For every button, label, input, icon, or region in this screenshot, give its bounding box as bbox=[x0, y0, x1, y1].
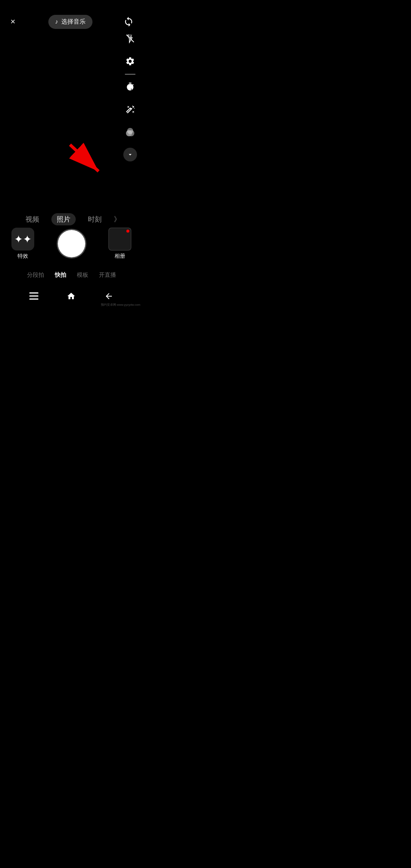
album-notification-dot bbox=[126, 230, 129, 233]
svg-rect-15 bbox=[29, 295, 38, 297]
shutter-button[interactable] bbox=[58, 230, 85, 257]
svg-point-7 bbox=[134, 108, 135, 109]
nav-menu-button[interactable] bbox=[25, 288, 42, 305]
close-button[interactable]: × bbox=[6, 15, 20, 29]
music-note-icon: ♪ bbox=[55, 18, 58, 25]
svg-line-13 bbox=[70, 145, 99, 171]
arrow-annotation bbox=[62, 141, 108, 180]
bottom-controls: ✦✦ 特效 相册 bbox=[0, 228, 143, 260]
close-icon: × bbox=[11, 17, 16, 27]
svg-text:3: 3 bbox=[131, 88, 132, 91]
nav-back-button[interactable] bbox=[100, 288, 117, 305]
icon-divider bbox=[125, 74, 135, 75]
svg-point-8 bbox=[132, 105, 133, 106]
album-thumbnail bbox=[108, 228, 131, 251]
flip-camera-button[interactable] bbox=[121, 14, 137, 30]
mode-photo[interactable]: 照片 bbox=[51, 213, 76, 225]
effects-label: 特效 bbox=[18, 253, 28, 260]
flash-button[interactable] bbox=[122, 30, 138, 46]
timer-button[interactable]: 3 bbox=[122, 79, 138, 95]
effects-button[interactable]: ✦✦ 特效 bbox=[11, 228, 34, 260]
album-button[interactable]: 相册 bbox=[108, 228, 131, 260]
sub-mode-segment[interactable]: 分段拍 bbox=[27, 271, 44, 279]
more-options-button[interactable] bbox=[123, 148, 137, 161]
nav-home-button[interactable] bbox=[63, 288, 80, 305]
effects-icon: ✦✦ bbox=[11, 228, 34, 251]
mode-moment[interactable]: 时刻 bbox=[85, 213, 105, 225]
mode-selector: 视频 照片 时刻 》 bbox=[0, 213, 143, 225]
sub-mode-live[interactable]: 开直播 bbox=[99, 271, 116, 279]
color-filter-button[interactable] bbox=[122, 125, 138, 141]
right-toolbar: 3 bbox=[122, 30, 138, 161]
magic-wand-button[interactable] bbox=[122, 102, 138, 118]
mode-more[interactable]: 》 bbox=[114, 215, 121, 224]
sub-modes: 分段拍 快拍 模板 开直播 bbox=[0, 271, 143, 279]
svg-rect-16 bbox=[29, 298, 38, 300]
music-label: 选择音乐 bbox=[61, 18, 86, 26]
svg-point-6 bbox=[133, 106, 134, 107]
svg-point-11 bbox=[127, 128, 133, 134]
top-bar: × ♪ 选择音乐 bbox=[0, 11, 143, 33]
settings-button[interactable] bbox=[122, 53, 138, 69]
watermark: 预约安卓网 www.yyzydw.com bbox=[101, 303, 140, 307]
navigation-bar bbox=[0, 288, 143, 305]
shutter-inner bbox=[61, 233, 83, 255]
svg-rect-14 bbox=[29, 292, 38, 294]
sub-mode-quick[interactable]: 快拍 bbox=[55, 271, 66, 279]
sub-mode-template[interactable]: 模板 bbox=[77, 271, 88, 279]
mode-video[interactable]: 视频 bbox=[22, 213, 42, 225]
music-select-button[interactable]: ♪ 选择音乐 bbox=[48, 15, 92, 29]
album-label: 相册 bbox=[115, 253, 125, 260]
